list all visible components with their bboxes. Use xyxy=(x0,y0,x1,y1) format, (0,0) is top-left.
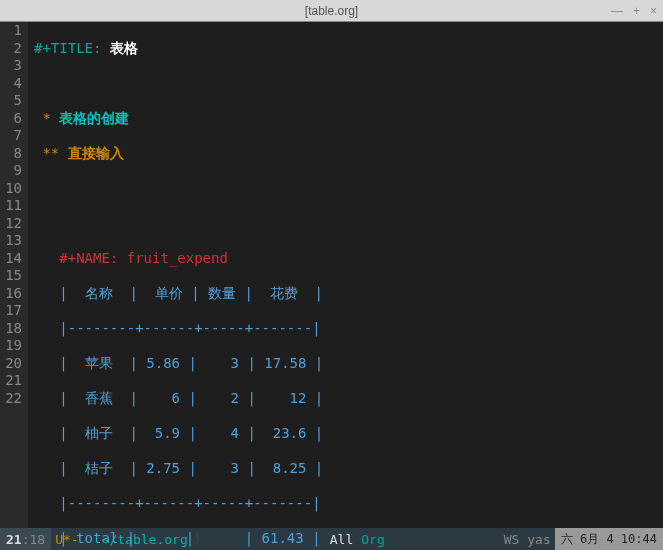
table-row: | 桔子 | 2.75 | 3 | 8.25 | xyxy=(34,460,323,478)
line-2 xyxy=(34,75,323,93)
lineno: 16 xyxy=(0,285,22,303)
title-keyword: #+TITLE: xyxy=(34,40,110,56)
major-mode[interactable]: Org xyxy=(361,532,384,547)
lineno: 1 xyxy=(0,22,22,40)
line-4: ** 直接输入 xyxy=(34,145,323,163)
minimize-icon[interactable]: — xyxy=(611,4,623,18)
lineno: 12 xyxy=(0,215,22,233)
lineno: 7 xyxy=(0,127,22,145)
editor-pane[interactable]: 1 2 3 4 5 6 7 8 9 10 11 12 13 14 15 16 1… xyxy=(0,22,663,528)
line-gutter: 1 2 3 4 5 6 7 8 9 10 11 12 13 14 15 16 1… xyxy=(0,22,28,528)
window-controls: — + × xyxy=(611,4,657,18)
name-directive: #+NAME: fruit_expend xyxy=(34,250,228,266)
lineno: 21 xyxy=(0,372,22,390)
titlebar: [table.org] — + × xyxy=(0,0,663,22)
editor-content[interactable]: #+TITLE: 表格 * 表格的创建 ** 直接输入 #+NAME: frui… xyxy=(28,22,323,528)
heading-text: 表格的创建 xyxy=(59,110,129,126)
lineno: 15 xyxy=(0,267,22,285)
lineno: 3 xyxy=(0,57,22,75)
window-title: [table.org] xyxy=(305,4,358,18)
lineno: 9 xyxy=(0,162,22,180)
lineno: 13 xyxy=(0,232,22,250)
table-row: |--------+------+-----+-------| xyxy=(34,495,323,513)
table-row: | 名称 | 单价 | 数量 | 花费 | xyxy=(34,285,323,303)
lineno: 2 xyxy=(0,40,22,58)
table-row: |--------+------+-----+-------| xyxy=(34,320,323,338)
lineno: 6 xyxy=(0,110,22,128)
line-5 xyxy=(34,180,323,198)
clock: 六 6月 4 10:44 xyxy=(555,528,663,550)
lineno: 14 xyxy=(0,250,22,268)
lineno: 18 xyxy=(0,320,22,338)
lineno: 5 xyxy=(0,92,22,110)
heading-star: * xyxy=(34,110,59,126)
maximize-icon[interactable]: + xyxy=(633,4,640,18)
line-3: * 表格的创建 xyxy=(34,110,323,128)
close-icon[interactable]: × xyxy=(650,4,657,18)
lineno: 11 xyxy=(0,197,22,215)
lineno: 20 xyxy=(0,355,22,373)
lineno: 17 xyxy=(0,302,22,320)
heading-text: 直接输入 xyxy=(68,145,124,161)
table-row: | total | | | 61.43 | xyxy=(34,530,323,548)
lineno: 19 xyxy=(0,337,22,355)
lineno: 10 xyxy=(0,180,22,198)
lineno: 8 xyxy=(0,145,22,163)
lineno: 4 xyxy=(0,75,22,93)
position-indicator: All xyxy=(322,532,361,547)
line-1: #+TITLE: 表格 xyxy=(34,40,323,58)
table-row: | 柚子 | 5.9 | 4 | 23.6 | xyxy=(34,425,323,443)
lineno: 22 xyxy=(0,390,22,408)
title-value: 表格 xyxy=(110,40,138,56)
table-row: | 苹果 | 5.86 | 3 | 17.58 | xyxy=(34,355,323,373)
line-7: #+NAME: fruit_expend xyxy=(34,250,323,268)
minor-modes: WS yas xyxy=(500,532,555,547)
line-6 xyxy=(34,215,323,233)
heading-star: ** xyxy=(34,145,68,161)
table-row: | 香蕉 | 6 | 2 | 12 | xyxy=(34,390,323,408)
